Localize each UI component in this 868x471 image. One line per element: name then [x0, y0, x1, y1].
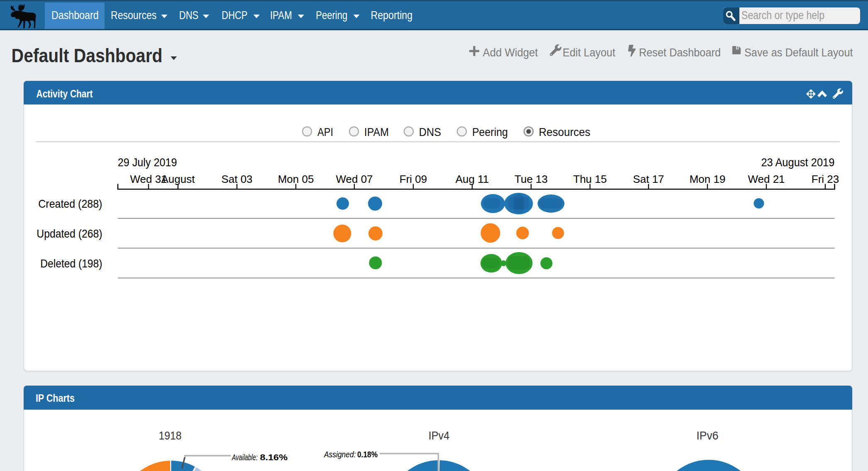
svg-text:August: August: [161, 173, 195, 185]
svg-text:Default Dashboard: Default Dashboard: [12, 45, 163, 66]
svg-text:Save as Default Layout: Save as Default Layout: [744, 46, 853, 59]
svg-text:Add Widget: Add Widget: [483, 46, 538, 59]
svg-text:IPAM: IPAM: [364, 125, 389, 138]
svg-text:Aug 11: Aug 11: [456, 173, 489, 185]
svg-text:Edit Layout: Edit Layout: [563, 46, 615, 59]
svg-text:IPAM: IPAM: [270, 9, 292, 22]
svg-text:IP Charts: IP Charts: [36, 392, 75, 404]
svg-text:Wed 07: Wed 07: [336, 173, 373, 185]
svg-text:Thu 15: Thu 15: [573, 173, 607, 185]
svg-text:Mon 05: Mon 05: [278, 173, 314, 185]
svg-text:DNS: DNS: [179, 9, 198, 22]
svg-text:IPv6: IPv6: [697, 429, 719, 442]
svg-text:Peering: Peering: [316, 9, 347, 22]
svg-text:1918: 1918: [159, 429, 182, 442]
svg-text:Fri 09: Fri 09: [400, 173, 427, 185]
svg-text:Activity Chart: Activity Chart: [37, 87, 93, 100]
svg-text:Available:8.16%: Available:8.16%: [232, 453, 288, 462]
svg-text:Dashboard: Dashboard: [51, 9, 99, 22]
svg-text:Resources: Resources: [539, 125, 590, 138]
svg-text:Created (288): Created (288): [38, 197, 102, 210]
svg-text:Wed 21: Wed 21: [748, 173, 785, 185]
svg-text:Updated (268): Updated (268): [37, 227, 102, 240]
svg-text:Resources: Resources: [111, 9, 156, 22]
svg-text:29 July 2019: 29 July 2019: [118, 155, 177, 169]
svg-text:Reporting: Reporting: [371, 9, 412, 22]
svg-text:Search or type help: Search or type help: [741, 9, 824, 22]
svg-text:Assigned:0.18%: Assigned:0.18%: [324, 450, 378, 459]
svg-text:Mon 19: Mon 19: [690, 173, 726, 185]
svg-text:DNS: DNS: [419, 125, 441, 138]
svg-text:IPv4: IPv4: [429, 429, 450, 442]
svg-text:Tue 13: Tue 13: [514, 173, 548, 185]
svg-text:Sat 17: Sat 17: [633, 173, 664, 185]
svg-text:23 August 2019: 23 August 2019: [761, 155, 834, 169]
svg-text:Peering: Peering: [472, 125, 508, 138]
svg-text:DHCP: DHCP: [222, 9, 247, 22]
svg-text:Sat 03: Sat 03: [221, 173, 252, 185]
svg-text:Fri 23: Fri 23: [812, 173, 839, 185]
svg-text:Reset Dashboard: Reset Dashboard: [639, 46, 721, 59]
svg-text:API: API: [317, 125, 333, 138]
svg-text:Deleted (198): Deleted (198): [40, 257, 102, 270]
